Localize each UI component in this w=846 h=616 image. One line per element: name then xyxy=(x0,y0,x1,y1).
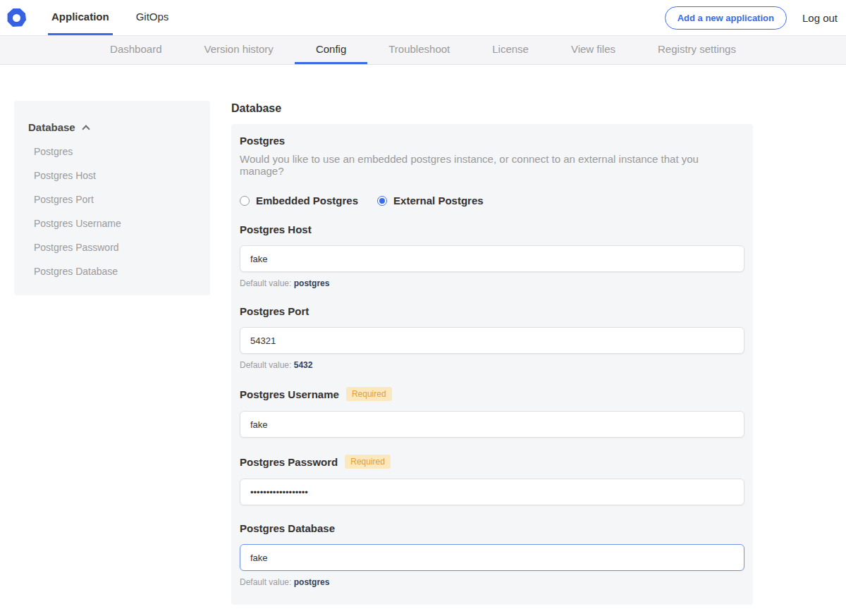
postgres-host-input[interactable] xyxy=(240,245,744,272)
default-prefix: Default value: xyxy=(240,278,291,288)
app-sub-nav: Dashboard Version history Config Trouble… xyxy=(0,36,846,65)
field-label-row: Postgres Port xyxy=(240,305,744,317)
default-prefix: Default value: xyxy=(240,360,291,370)
sidebar-item-postgres-host[interactable]: Postgres Host xyxy=(28,170,196,181)
postgres-username-input[interactable] xyxy=(240,411,744,438)
logout-link[interactable]: Log out xyxy=(802,12,838,24)
radio-embedded-postgres-label: Embedded Postgres xyxy=(256,195,358,207)
subnav-tab-view-files[interactable]: View files xyxy=(550,36,637,64)
top-nav-right: Add a new application Log out xyxy=(665,0,846,35)
section-title: Database xyxy=(231,102,753,115)
sidebar-item-postgres-password[interactable]: Postgres Password xyxy=(28,242,196,253)
sidebar-item-postgres-database[interactable]: Postgres Database xyxy=(28,266,196,277)
postgres-group-label: Postgres xyxy=(240,135,744,147)
content-area: Database Postgres Postgres Host Postgres… xyxy=(0,65,846,616)
radio-checked-icon[interactable] xyxy=(377,196,387,206)
logo-wrap xyxy=(0,0,26,35)
required-badge: Required xyxy=(345,455,391,469)
field-label-row: Postgres Password Required xyxy=(240,455,744,469)
radio-external-postgres-label: External Postgres xyxy=(393,195,484,207)
sidebar-item-postgres-username[interactable]: Postgres Username xyxy=(28,218,196,229)
subnav-tab-license[interactable]: License xyxy=(471,36,550,64)
postgres-host-label: Postgres Host xyxy=(240,223,312,235)
sidebar-item-postgres[interactable]: Postgres xyxy=(28,146,196,157)
top-nav-tabs: Application GitOps xyxy=(48,0,192,35)
field-label-row: Postgres Username Required xyxy=(240,387,744,401)
default-value: postgres xyxy=(294,278,330,288)
postgres-username-label: Postgres Username xyxy=(240,388,339,400)
config-main: Database Postgres Would you like to use … xyxy=(231,101,753,616)
tab-application[interactable]: Application xyxy=(48,0,113,35)
field-label-row: Postgres Host xyxy=(240,223,744,235)
radio-unchecked-icon[interactable] xyxy=(240,196,250,206)
radio-embedded-postgres[interactable]: Embedded Postgres xyxy=(240,195,358,207)
postgres-group-help-text: Would you like to use an embedded postgr… xyxy=(240,153,744,177)
postgres-port-default-hint: Default value: 5432 xyxy=(240,360,744,370)
subnav-tab-config[interactable]: Config xyxy=(295,36,367,64)
postgres-password-input[interactable] xyxy=(240,479,744,505)
subnav-tab-version-history[interactable]: Version history xyxy=(183,36,294,64)
field-label-row: Postgres Database xyxy=(240,522,744,534)
postgres-host-default-hint: Default value: postgres xyxy=(240,278,744,288)
kots-logo-icon[interactable] xyxy=(7,8,26,27)
tab-gitops[interactable]: GitOps xyxy=(133,0,173,35)
postgres-port-label: Postgres Port xyxy=(240,305,309,317)
config-group-card: Postgres Would you like to use an embedd… xyxy=(231,124,753,605)
required-badge: Required xyxy=(346,387,392,401)
subnav-tab-registry-settings[interactable]: Registry settings xyxy=(637,36,757,64)
sidebar-item-postgres-port[interactable]: Postgres Port xyxy=(28,194,196,205)
default-value: postgres xyxy=(294,577,330,587)
chevron-up-icon xyxy=(82,125,90,133)
radio-external-postgres[interactable]: External Postgres xyxy=(377,195,484,207)
subnav-tab-dashboard[interactable]: Dashboard xyxy=(89,36,183,64)
sidebar-group-database[interactable]: Database xyxy=(28,121,196,133)
sidebar-group-title: Database xyxy=(28,121,75,133)
add-new-application-button[interactable]: Add a new application xyxy=(665,6,787,30)
postgres-database-input[interactable] xyxy=(240,544,744,571)
postgres-port-input[interactable] xyxy=(240,327,744,354)
postgres-password-label: Postgres Password xyxy=(240,456,338,468)
postgres-database-default-hint: Default value: postgres xyxy=(240,577,744,587)
config-sidebar: Database Postgres Postgres Host Postgres… xyxy=(14,101,210,295)
top-nav: Application GitOps Add a new application… xyxy=(0,0,846,36)
postgres-database-label: Postgres Database xyxy=(240,522,335,534)
postgres-radio-group: Embedded Postgres External Postgres xyxy=(240,195,744,207)
default-value: 5432 xyxy=(294,360,313,370)
subnav-tab-troubleshoot[interactable]: Troubleshoot xyxy=(367,36,471,64)
default-prefix: Default value: xyxy=(240,577,291,587)
